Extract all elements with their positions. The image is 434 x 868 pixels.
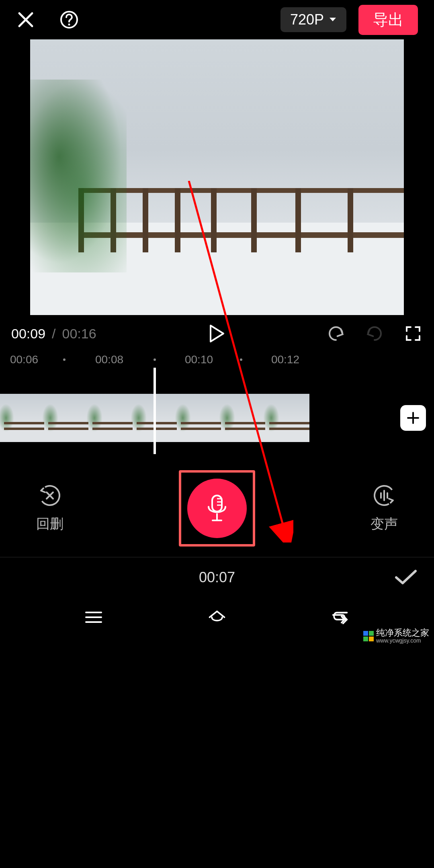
- back-icon: [331, 609, 350, 625]
- watermark-name: 纯净系统之家: [376, 628, 429, 637]
- microphone-icon: [205, 494, 229, 523]
- watermark-url: www.ycwgjsy.com: [376, 637, 429, 644]
- recorded-time: 00:07: [199, 569, 235, 586]
- undo-delete-label: 回删: [36, 515, 63, 533]
- play-icon: [209, 325, 225, 342]
- play-button[interactable]: [207, 324, 227, 343]
- playback-bar: 00:09 / 00:16: [0, 321, 434, 346]
- time-separator: /: [52, 326, 55, 342]
- home-icon: [207, 608, 227, 626]
- close-icon[interactable]: [16, 10, 35, 29]
- thumbnail[interactable]: [221, 394, 265, 442]
- undo-delete-icon: [38, 483, 62, 508]
- svg-rect-3: [212, 495, 222, 512]
- playhead[interactable]: [154, 368, 156, 454]
- top-bar-right: 720P 导出: [280, 5, 418, 35]
- timeline-filmstrip[interactable]: [0, 394, 434, 442]
- playback-right: [326, 324, 423, 343]
- confirm-button[interactable]: [394, 569, 418, 586]
- help-icon[interactable]: [59, 10, 79, 29]
- ruler-tick: 00:12: [271, 353, 299, 366]
- preview-fence: [78, 188, 404, 268]
- top-bar: 720P 导出: [0, 0, 434, 39]
- record-button[interactable]: [187, 479, 247, 538]
- thumbnail[interactable]: [0, 394, 44, 442]
- export-button[interactable]: 导出: [358, 5, 418, 35]
- record-highlight: [179, 470, 255, 547]
- plus-icon: [406, 411, 420, 425]
- top-bar-left: [16, 10, 79, 29]
- chevron-down-icon: [329, 17, 337, 23]
- record-controls: 回删 变声: [0, 464, 434, 553]
- thumbnail[interactable]: [265, 394, 309, 442]
- fullscreen-button[interactable]: [403, 324, 423, 343]
- export-label: 导出: [373, 11, 403, 28]
- redo-icon: [366, 326, 383, 342]
- undo-button[interactable]: [326, 324, 346, 343]
- ruler-tick: 00:08: [95, 353, 123, 366]
- undo-icon: [327, 326, 345, 342]
- fullscreen-icon: [405, 326, 421, 342]
- watermark-logo-icon: [363, 631, 374, 641]
- timeline-ruler[interactable]: 00:06 00:08 00:10 00:12: [0, 350, 434, 370]
- divider: [0, 557, 434, 557]
- ruler-tick: 00:10: [185, 353, 213, 366]
- ruler-dot: [154, 358, 156, 361]
- thumbnail[interactable]: [88, 394, 133, 442]
- ruler-dot: [240, 358, 242, 361]
- nav-back-button[interactable]: [331, 608, 350, 627]
- thumbnail[interactable]: [177, 394, 221, 442]
- watermark-text: 纯净系统之家 www.ycwgjsy.com: [376, 628, 429, 644]
- video-preview[interactable]: [30, 39, 404, 315]
- resolution-label: 720P: [290, 11, 324, 28]
- ruler-tick: 00:06: [10, 353, 38, 366]
- watermark: 纯净系统之家 www.ycwgjsy.com: [363, 628, 429, 644]
- nav-menu-button[interactable]: [84, 608, 103, 627]
- current-time: 00:09: [11, 326, 45, 342]
- total-time: 00:16: [62, 326, 96, 342]
- bottom-row: 00:07: [0, 559, 434, 596]
- voice-change-button[interactable]: 变声: [371, 483, 398, 533]
- nav-home-button[interactable]: [207, 608, 227, 627]
- voice-change-icon: [372, 483, 396, 508]
- voice-change-label: 变声: [371, 515, 398, 533]
- thumbnail[interactable]: [44, 394, 88, 442]
- svg-point-1: [68, 24, 70, 26]
- checkmark-icon: [394, 569, 418, 586]
- redo-button[interactable]: [365, 324, 384, 343]
- preview-tree: [30, 80, 127, 272]
- resolution-button[interactable]: 720P: [280, 7, 346, 32]
- undo-delete-button[interactable]: 回删: [36, 483, 63, 533]
- add-clip-button[interactable]: [400, 405, 426, 431]
- menu-icon: [84, 610, 103, 624]
- ruler-dot: [63, 358, 66, 361]
